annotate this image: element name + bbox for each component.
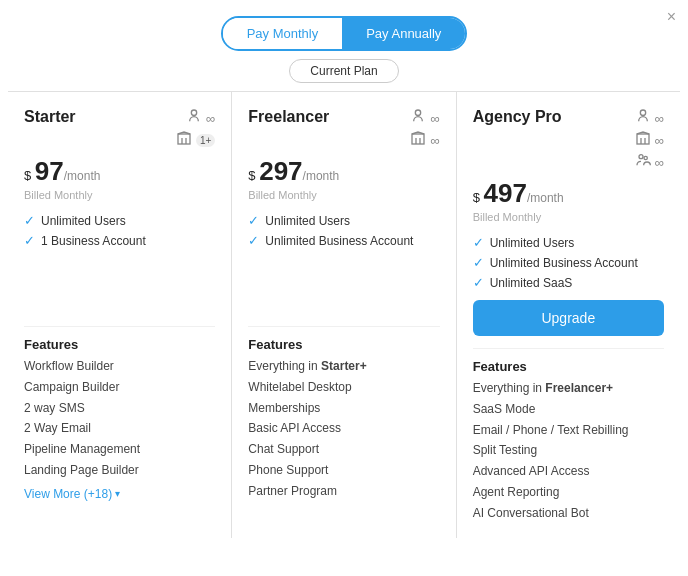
list-item: Email / Phone / Text Rebilling [473,422,664,439]
list-item: Campaign Builder [24,379,215,396]
svg-point-0 [191,110,196,115]
freelancer-highlight-1: ✓Unlimited Users [248,213,439,228]
plan-freelancer: Freelancer ∞ ∞ $ 297/month Billed M [232,92,456,538]
freelancer-price: $ 297/month [248,156,439,187]
list-item: Chat Support [248,441,439,458]
starter-highlights: ✓Unlimited Users ✓1 Business Account [24,213,215,248]
person-icon [186,108,202,128]
list-item: Phone Support [248,462,439,479]
list-item: Pipeline Management [24,441,215,458]
close-button[interactable]: × [667,8,676,26]
agency-pro-features-title: Features [473,359,664,374]
agency-icon-row-1: ∞ [635,108,664,128]
building-icon-f [410,130,426,150]
svg-rect-5 [412,134,424,144]
agency-highlight-1: ✓Unlimited Users [473,235,664,250]
check-icon-f1: ✓ [248,213,259,228]
list-item: 2 way SMS [24,400,215,417]
freelancer-icon-row-1: ∞ [410,108,439,128]
plan-agency-pro: Agency Pro ∞ ∞ [457,92,680,538]
freelancer-features-title: Features [248,337,439,352]
starter-header: Starter ∞ 1+ [24,108,215,150]
starter-features-section: Features Workflow Builder Campaign Build… [24,326,215,502]
list-item: 2 Way Email [24,420,215,437]
svg-point-4 [416,110,421,115]
check-icon-ap2: ✓ [473,255,484,270]
freelancer-name: Freelancer [248,108,329,126]
account-badge: 1+ [196,134,215,147]
infinity-icon-1: ∞ [206,111,215,126]
agency-pro-features-section: Features Everything in Freelancer+ SaaS … [473,348,664,522]
starter-highlight-1: ✓Unlimited Users [24,213,215,228]
agency-highlight-3: ✓Unlimited SaaS [473,275,664,290]
freelancer-icons: ∞ ∞ [410,108,439,150]
infinity-icon-ap1: ∞ [655,111,664,126]
starter-features-list: Workflow Builder Campaign Builder 2 way … [24,358,215,479]
list-item: Everything in Starter+ [248,358,439,375]
plan-starter: Starter ∞ 1+ $ 97/month Billed Mont [8,92,232,538]
starter-price: $ 97/month [24,156,215,187]
freelancer-highlight-2: ✓Unlimited Business Account [248,233,439,248]
svg-point-8 [640,110,645,115]
person-icon-ap [635,108,651,128]
check-icon-ap1: ✓ [473,235,484,250]
freelancer-header: Freelancer ∞ ∞ [248,108,439,150]
pay-monthly-button[interactable]: Pay Monthly [223,18,343,49]
agency-icon-row-2: ∞ [635,130,664,150]
svg-rect-9 [637,134,649,144]
starter-icon-row-2: 1+ [176,130,215,150]
starter-billed: Billed Monthly [24,189,215,201]
current-plan-section: Current Plan [0,59,688,83]
svg-rect-1 [178,134,190,144]
freelancer-features-section: Features Everything in Starter+ Whitelab… [248,326,439,500]
freelancer-highlights: ✓Unlimited Users ✓Unlimited Business Acc… [248,213,439,248]
infinity-icon-f1: ∞ [430,111,439,126]
starter-name: Starter [24,108,76,126]
billing-toggle-section: Pay Monthly Pay Annually [0,0,688,59]
current-plan-badge: Current Plan [289,59,398,83]
starter-features-title: Features [24,337,215,352]
starter-icon-row-1: ∞ [186,108,215,128]
agency-pro-features-list: Everything in Freelancer+ SaaS Mode Emai… [473,380,664,522]
check-icon-f2: ✓ [248,233,259,248]
chevron-down-icon: ▾ [115,488,120,499]
list-item: Workflow Builder [24,358,215,375]
check-icon-1: ✓ [24,213,35,228]
agency-pro-name: Agency Pro [473,108,562,126]
check-icon-ap3: ✓ [473,275,484,290]
agency-highlight-2: ✓Unlimited Business Account [473,255,664,270]
list-item: AI Conversational Bot [473,505,664,522]
svg-point-12 [639,155,643,159]
pay-annually-button[interactable]: Pay Annually [342,18,465,49]
agency-pro-price: $ 497/month [473,178,664,209]
list-item: Everything in Freelancer+ [473,380,664,397]
list-item: Basic API Access [248,420,439,437]
starter-icons: ∞ 1+ [176,108,215,150]
agency-icon-row-3: ∞ [635,152,664,172]
person2-icon-ap [635,152,651,172]
list-item: Advanced API Access [473,463,664,480]
building-icon [176,130,192,150]
view-more-button[interactable]: View More (+18) ▾ [24,487,120,501]
agency-pro-icons: ∞ ∞ ∞ [635,108,664,172]
check-icon-2: ✓ [24,233,35,248]
list-item: Whitelabel Desktop [248,379,439,396]
infinity-icon-ap3: ∞ [655,155,664,170]
starter-highlight-2: ✓1 Business Account [24,233,215,248]
agency-pro-highlights: ✓Unlimited Users ✓Unlimited Business Acc… [473,235,664,290]
freelancer-billed: Billed Monthly [248,189,439,201]
list-item: SaaS Mode [473,401,664,418]
plans-container: Starter ∞ 1+ $ 97/month Billed Mont [8,91,680,538]
list-item: Split Testing [473,442,664,459]
list-item: Landing Page Builder [24,462,215,479]
infinity-icon-ap2: ∞ [655,133,664,148]
svg-point-13 [644,156,647,159]
person-icon-f [410,108,426,128]
agency-pro-billed: Billed Monthly [473,211,664,223]
toggle-wrapper: Pay Monthly Pay Annually [221,16,468,51]
infinity-icon-f2: ∞ [430,133,439,148]
list-item: Agent Reporting [473,484,664,501]
list-item: Memberships [248,400,439,417]
upgrade-button[interactable]: Upgrade [473,300,664,336]
list-item: Partner Program [248,483,439,500]
